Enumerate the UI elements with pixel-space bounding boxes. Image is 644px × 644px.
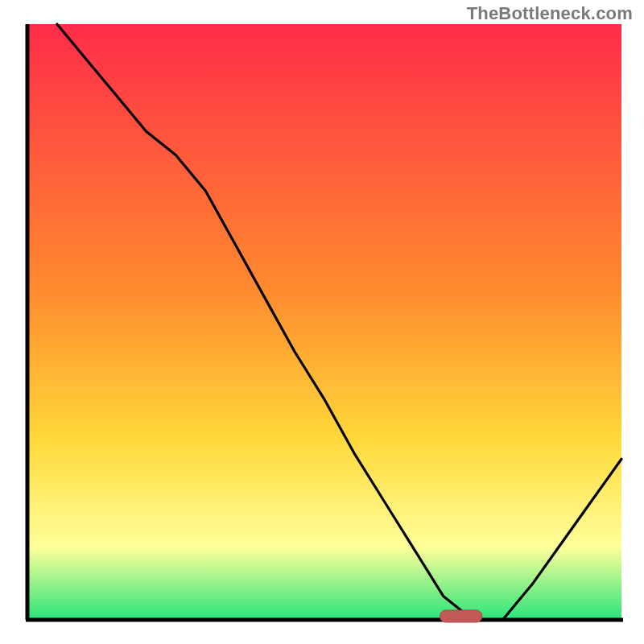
plot-background [27, 24, 621, 618]
watermark-text: TheBottleneck.com [467, 3, 633, 24]
optimal-marker [440, 610, 482, 622]
chart-stage: TheBottleneck.com [0, 0, 644, 644]
bottleneck-chart [0, 0, 644, 644]
